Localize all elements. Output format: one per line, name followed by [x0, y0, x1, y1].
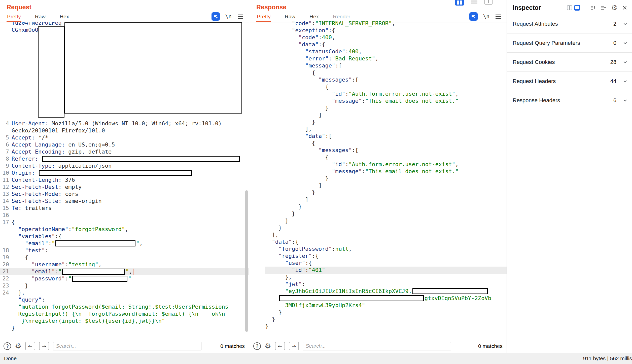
section-count-badge: 2 — [603, 21, 616, 27]
soft-wrap-icon[interactable] — [469, 12, 478, 21]
code-line: RegisterInput!) {\n forgotPassword(email… — [0, 310, 249, 317]
code-text: gtxvDEqnSVuPbY-2ZoVb — [425, 295, 491, 301]
close-icon[interactable] — [622, 5, 627, 11]
code-text: " — [68, 275, 72, 282]
code-text: } — [265, 175, 329, 181]
code-text: : — [319, 34, 322, 41]
line-number: 18 — [0, 247, 9, 254]
tab-pretty[interactable]: Pretty — [7, 11, 21, 22]
section-label: Request Query Parameters — [513, 40, 580, 46]
code-line: 18 "test": — [0, 247, 249, 254]
line-number: 21 — [0, 268, 9, 275]
inspector-section-request-headers[interactable]: Request Headers 44 — [507, 72, 632, 91]
expand-all-icon[interactable] — [601, 5, 607, 11]
code-text: { — [265, 69, 315, 76]
code-line: Gecko/20100101 Firefox/101.0 — [0, 127, 249, 134]
code-text: "query" — [12, 297, 42, 303]
code-text: "code" — [265, 34, 319, 41]
line-number: 4 — [0, 120, 9, 127]
code-line: "data":{ — [265, 41, 507, 48]
code-text: } — [12, 282, 28, 289]
code-text: "eyJhbGci0iJIUzI1NiIsInR5cCI6IkpXVCJ9. — [265, 288, 412, 294]
response-code-viewer[interactable]: "code":"INTERNAL_SERVER_ERROR", "excepti… — [250, 20, 507, 339]
code-text: "message" — [265, 62, 335, 69]
code-line: "id":"Auth.form.error.user.not-exist", — [265, 161, 507, 168]
code-line: } — [265, 189, 507, 196]
line-number — [0, 324, 9, 332]
chevron-down-icon — [622, 98, 628, 103]
section-label: Request Cookies — [513, 59, 555, 65]
code-text: } — [265, 105, 329, 111]
code-line: 5Accept: */* — [0, 134, 249, 141]
layout-single-icon[interactable] — [567, 5, 572, 11]
soft-wrap-icon[interactable] — [212, 12, 220, 21]
inspector-section-request-query-parameters[interactable]: Request Query Parameters 0 — [507, 33, 632, 53]
code-line: "statusCode":400, — [265, 48, 507, 55]
search-settings-icon[interactable]: ⚙ — [265, 342, 271, 350]
code-text: } — [265, 189, 315, 196]
split-view-icon[interactable] — [455, 0, 464, 6]
help-icon[interactable]: ? — [4, 342, 11, 350]
response-search-bar: ? ⚙ ← → 0 matches — [250, 339, 507, 353]
newline-toggle-icon[interactable]: \n — [225, 14, 232, 20]
code-line: "query": — [0, 296, 249, 303]
layout-split-icon[interactable] — [574, 5, 580, 11]
code-text: Sec-Fetch-Dest: — [12, 184, 62, 190]
code-text: , — [455, 91, 459, 97]
collapse-all-icon[interactable] — [590, 5, 596, 11]
code-line: "data":[ — [265, 133, 507, 140]
code-text: "register" — [265, 253, 312, 259]
line-number: 23 — [0, 282, 9, 289]
code-text: ] — [265, 182, 322, 189]
line-number — [0, 296, 9, 303]
code-text: { — [12, 254, 28, 261]
code-text: Accept-Encoding: — [12, 149, 65, 155]
next-match-button[interactable]: → — [289, 342, 299, 350]
request-scrollbar[interactable] — [245, 190, 248, 332]
newline-toggle-icon[interactable]: \n — [483, 14, 489, 20]
tab-hex[interactable]: Hex — [59, 11, 69, 22]
help-icon[interactable]: ? — [253, 342, 261, 350]
prev-match-button[interactable]: ← — [275, 342, 285, 350]
tab-raw[interactable]: Raw — [34, 11, 46, 22]
code-text: Content-Type: — [12, 163, 55, 169]
code-line: } — [265, 323, 507, 330]
single-view-icon[interactable] — [484, 0, 493, 5]
code-line: } — [265, 175, 507, 182]
inspector-header: Inspector ⚙ — [507, 0, 632, 14]
code-line: 23 } — [0, 282, 249, 289]
code-line: 6Accept-Language: en-US,en;q=0.5 — [0, 141, 249, 148]
code-text: Accept-Language: — [12, 141, 65, 148]
inspector-panel: Inspector ⚙ Request Attrib — [507, 0, 632, 353]
response-search-input[interactable] — [303, 342, 451, 350]
code-line: "code":"INTERNAL_SERVER_ERROR", — [265, 20, 507, 27]
text-cursor — [133, 269, 133, 275]
prev-match-button[interactable]: ← — [25, 342, 35, 350]
panel-menu-icon[interactable] — [471, 0, 478, 4]
code-text: " — [58, 268, 61, 275]
inspector-section-response-headers[interactable]: Response Headers 6 — [507, 91, 632, 110]
code-text: ] — [265, 112, 322, 118]
code-text: " — [126, 268, 129, 275]
inspector-section-request-attributes[interactable]: Request Attributes 2 — [507, 14, 632, 33]
code-text: : — [312, 20, 315, 26]
menu-icon[interactable] — [237, 14, 244, 19]
request-search-input[interactable] — [53, 342, 201, 350]
line-number — [0, 226, 9, 233]
request-code-editor[interactable]: Tuz04fNezPOLFeq CGhxmOoQ8WXmtL4 4User-Ag… — [0, 22, 249, 339]
code-text: : — [345, 91, 348, 97]
code-text: } — [265, 225, 282, 231]
menu-icon[interactable] — [495, 14, 502, 19]
next-match-button[interactable]: → — [39, 342, 49, 350]
code-text: "exception" — [265, 27, 329, 33]
code-text: " — [136, 240, 139, 246]
inspector-settings-icon[interactable]: ⚙ — [611, 4, 617, 12]
code-text: "message" — [265, 168, 362, 174]
code-text: null — [335, 246, 348, 252]
inspector-section-request-cookies[interactable]: Request Cookies 28 — [507, 53, 632, 72]
code-text: } — [265, 309, 282, 315]
code-line: 20 "username":"testing", — [0, 261, 249, 268]
response-match-count: 0 matches — [478, 343, 503, 349]
search-settings-icon[interactable]: ⚙ — [15, 342, 21, 350]
code-text: "Auth.form.error.user.not-exist" — [348, 161, 455, 167]
